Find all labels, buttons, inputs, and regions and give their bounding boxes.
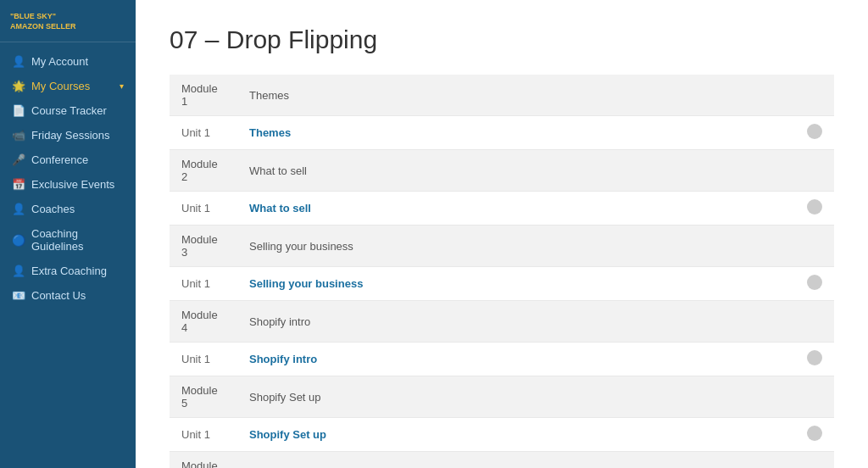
- table-row: Module 4 Shopify intro: [170, 301, 834, 343]
- sidebar-item-label: Extra Coaching: [31, 265, 107, 277]
- sidebar-item-label: Conference: [31, 153, 88, 166]
- sidebar-item-label: Contact Us: [31, 289, 86, 302]
- status-circle: [807, 275, 822, 290]
- events-icon: 📅: [12, 178, 25, 191]
- status-circle: [807, 426, 822, 441]
- module-label: Module 6: [170, 452, 237, 469]
- table-row: Module 3 Selling your business: [170, 226, 834, 267]
- table-row: Unit 1 Selling your business: [170, 267, 834, 301]
- contact-icon: 📧: [12, 289, 25, 302]
- unit-link[interactable]: Shopify Set up: [249, 428, 326, 441]
- module-label: Module 3: [170, 226, 237, 267]
- module-name: Selling your business: [237, 226, 795, 267]
- sidebar-nav: 👤 My Account 🌟 My Courses ▾ 📄 Course Tra…: [0, 42, 136, 468]
- course-table: Module 1 Themes Unit 1 Themes Module 2 W…: [170, 75, 834, 468]
- sidebar-item-extra-coaching[interactable]: 👤 Extra Coaching: [0, 259, 136, 283]
- unit-label: Unit 1: [170, 267, 237, 301]
- logo-line2: AMAZON SELLER: [10, 22, 76, 31]
- unit-label: Unit 1: [170, 192, 237, 226]
- module-name: Themes: [237, 75, 795, 116]
- sidebar-item-label: Coaches: [31, 203, 75, 215]
- page-title: 07 – Drop Flipping: [170, 25, 834, 54]
- main-content: 07 – Drop Flipping Module 1 Themes Unit …: [136, 0, 868, 468]
- table-row: Unit 1 What to sell: [170, 192, 834, 226]
- sidebar-item-my-account[interactable]: 👤 My Account: [0, 49, 136, 74]
- sidebar-item-friday-sessions[interactable]: 📹 Friday Sessions: [0, 123, 136, 148]
- sidebar-item-label: Exclusive Events: [31, 178, 114, 191]
- extra-coaching-icon: 👤: [12, 265, 25, 277]
- sidebar-item-label: Friday Sessions: [31, 129, 109, 142]
- unit-link[interactable]: Shopify intro: [249, 353, 317, 365]
- module-label: Module 1: [170, 75, 237, 116]
- status-circle: [807, 350, 822, 365]
- sessions-icon: 📹: [12, 129, 25, 142]
- sidebar-item-coaches[interactable]: 👤 Coaches: [0, 197, 136, 221]
- table-row: Unit 1 Shopify intro: [170, 343, 834, 376]
- status-circle: [807, 199, 822, 214]
- account-icon: 👤: [12, 55, 25, 68]
- logo-line1: "BLUE SKY": [10, 12, 56, 20]
- coaches-icon: 👤: [12, 203, 25, 215]
- module-label: Module 5: [170, 376, 237, 418]
- module-name: Shopify intro: [237, 301, 795, 343]
- unit-label: Unit 1: [170, 116, 237, 150]
- sidebar-item-label: My Account: [31, 55, 88, 68]
- module-name: Shopify Set up: [237, 376, 795, 418]
- table-row: Module 1 Themes: [170, 75, 834, 116]
- module-name: Shopify – adding products: [237, 452, 795, 469]
- module-label: Module 4: [170, 301, 237, 343]
- unit-link[interactable]: Selling your business: [249, 277, 363, 290]
- sidebar-item-my-courses[interactable]: 🌟 My Courses ▾: [0, 74, 136, 98]
- status-circle: [807, 124, 822, 139]
- table-row: Unit 1 Shopify Set up: [170, 418, 834, 452]
- guidelines-icon: 🔵: [12, 234, 25, 247]
- sidebar-item-label: Course Tracker: [31, 104, 107, 117]
- sidebar-item-label: Coaching Guidelines: [31, 227, 124, 253]
- sidebar-logo: "BLUE SKY" AMAZON SELLER: [0, 0, 136, 42]
- unit-label: Unit 1: [170, 343, 237, 376]
- module-label: Module 2: [170, 150, 237, 192]
- sidebar-item-contact-us[interactable]: 📧 Contact Us: [0, 283, 136, 308]
- sidebar-item-conference[interactable]: 🎤 Conference: [0, 148, 136, 172]
- logo-text: "BLUE SKY" AMAZON SELLER: [10, 12, 125, 31]
- unit-link[interactable]: Themes: [249, 126, 291, 139]
- conference-icon: 🎤: [12, 153, 25, 166]
- sidebar-item-exclusive-events[interactable]: 📅 Exclusive Events: [0, 172, 136, 197]
- table-row: Module 5 Shopify Set up: [170, 376, 834, 418]
- module-name: What to sell: [237, 150, 795, 192]
- sidebar-item-label: My Courses: [31, 80, 90, 92]
- sidebar-item-course-tracker[interactable]: 📄 Course Tracker: [0, 98, 136, 123]
- unit-label: Unit 1: [170, 418, 237, 452]
- chevron-down-icon: ▾: [120, 81, 124, 91]
- app-layout: "BLUE SKY" AMAZON SELLER 👤 My Account 🌟 …: [0, 0, 868, 468]
- table-row: Module 6 Shopify – adding products: [170, 452, 834, 469]
- table-row: Unit 1 Themes: [170, 116, 834, 150]
- courses-icon: 🌟: [12, 80, 25, 92]
- sidebar-item-coaching-guidelines[interactable]: 🔵 Coaching Guidelines: [0, 221, 136, 259]
- content-area: 07 – Drop Flipping Module 1 Themes Unit …: [136, 0, 868, 468]
- course-table-body: Module 1 Themes Unit 1 Themes Module 2 W…: [170, 75, 834, 468]
- table-row: Module 2 What to sell: [170, 150, 834, 192]
- tracker-icon: 📄: [12, 104, 25, 117]
- sidebar: "BLUE SKY" AMAZON SELLER 👤 My Account 🌟 …: [0, 0, 136, 468]
- unit-link[interactable]: What to sell: [249, 202, 311, 214]
